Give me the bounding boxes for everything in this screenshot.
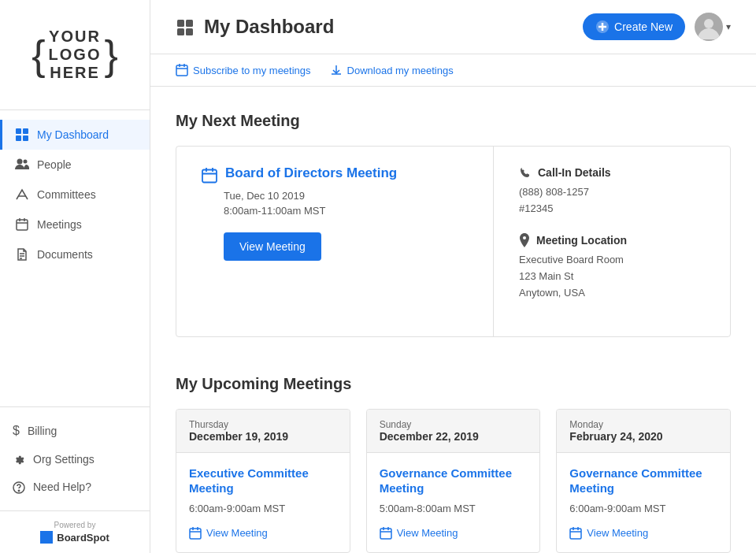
location-icon (519, 233, 530, 248)
sidebar-item-dashboard[interactable]: My Dashboard (0, 120, 150, 150)
sidebar-label-dashboard: My Dashboard (37, 128, 109, 141)
committees-icon (15, 187, 29, 202)
svg-rect-16 (177, 20, 184, 27)
upcoming-view-link-1[interactable]: View Meeting (380, 527, 528, 540)
user-avatar (695, 13, 723, 41)
upcoming-card-header-0: Thursday December 19, 2019 (176, 410, 350, 453)
call-in-section: Call-In Details (888) 808-1257 #12345 (519, 165, 705, 217)
next-meeting-left-panel: Board of Directors Meeting Tue, Dec 10 2… (176, 147, 494, 336)
upcoming-meeting-title-2[interactable]: Governance Committee Meeting (569, 466, 717, 496)
svg-rect-33 (190, 529, 201, 539)
call-in-number: (888) 808-1257 (519, 184, 705, 201)
need-help-label: Need Help? (33, 481, 91, 493)
upcoming-date-0: December 19, 2019 (189, 430, 337, 443)
svg-rect-7 (17, 220, 28, 230)
svg-point-5 (24, 160, 28, 164)
header-left: My Dashboard (176, 16, 334, 38)
next-meeting-title[interactable]: Board of Directors Meeting (225, 165, 397, 181)
next-meeting-right-panel: Call-In Details (888) 808-1257 #12345 Me… (494, 147, 730, 336)
upcoming-view-link-2[interactable]: View Meeting (569, 527, 717, 540)
page-title: My Dashboard (204, 16, 334, 38)
sidebar-item-meetings[interactable]: Meetings (0, 210, 150, 239)
upcoming-date-1: December 22, 2019 (380, 430, 528, 443)
location-address: 123 Main St (519, 269, 705, 285)
upcoming-card-2: Monday February 24, 2020 Governance Comm… (556, 409, 731, 553)
location-title: Meeting Location (536, 234, 627, 247)
bottom-nav: $ Billing Org Settings Need Help? (0, 406, 150, 510)
dashboard-header-icon (176, 17, 195, 37)
upcoming-day-1: Sunday (380, 419, 528, 430)
next-meeting-time: 8:00am-11:00am MST (224, 205, 468, 217)
sidebar-item-documents[interactable]: Documents (0, 239, 150, 269)
subscribe-label: Subscribe to my meetings (193, 65, 311, 76)
sidebar-label-documents: Documents (37, 248, 93, 261)
sidebar: { YOUR LOGO HERE } My Dashboard (0, 0, 150, 553)
user-avatar-area[interactable]: ▾ (695, 13, 731, 41)
upcoming-meeting-title-0[interactable]: Executive Committee Meeting (189, 466, 337, 496)
subscribe-link[interactable]: Subscribe to my meetings (176, 64, 311, 76)
svg-rect-0 (16, 128, 21, 134)
upcoming-card-0: Thursday December 19, 2019 Executive Com… (176, 409, 350, 553)
upcoming-day-0: Thursday (189, 419, 337, 430)
documents-icon (15, 247, 29, 262)
logo-line3: HERE (49, 64, 102, 82)
call-in-header: Call-In Details (519, 165, 705, 180)
svg-rect-41 (570, 529, 581, 539)
upcoming-meetings-title: My Upcoming Meetings (176, 375, 731, 393)
people-icon (15, 158, 29, 172)
next-meeting-date: Tue, Dec 10 2019 (224, 190, 468, 202)
billing-icon: $ (13, 424, 20, 438)
call-in-title: Call-In Details (538, 166, 611, 179)
org-settings-icon (13, 452, 25, 466)
upcoming-time-2: 6:00am-9:00am MST (569, 503, 717, 514)
sidebar-item-people[interactable]: People (0, 150, 150, 180)
svg-rect-17 (186, 20, 193, 27)
logo-brace-right: } (104, 35, 117, 76)
upcoming-card-body-1: Governance Committee Meeting 5:00am-8:00… (367, 453, 540, 552)
logo-area: { YOUR LOGO HERE } (0, 0, 150, 110)
svg-rect-2 (16, 135, 21, 141)
powered-by-text: Powered by (13, 521, 137, 529)
next-meeting-card: Board of Directors Meeting Tue, Dec 10 2… (176, 146, 731, 337)
svg-point-4 (17, 159, 23, 165)
meetings-icon (15, 217, 29, 232)
main-content: My Dashboard Create New (150, 0, 756, 553)
upcoming-time-0: 6:00am-9:00am MST (189, 503, 337, 514)
sidebar-item-committees[interactable]: Committees (0, 180, 150, 210)
download-link[interactable]: Download my meetings (330, 64, 454, 76)
upcoming-card-header-1: Sunday December 22, 2019 (367, 410, 540, 453)
logo-brace-left: { (32, 35, 45, 76)
location-room: Executive Board Room (519, 252, 705, 269)
avatar-chevron-icon: ▾ (726, 21, 731, 32)
next-meeting-section-title: My Next Meeting (176, 112, 731, 130)
sidebar-label-committees: Committees (37, 188, 96, 201)
upcoming-view-link-0[interactable]: View Meeting (189, 527, 337, 540)
boardspot-logo: BoardSpot (13, 531, 137, 544)
dashboard-icon (15, 128, 29, 142)
logo-line1: YOUR (49, 28, 102, 46)
org-settings-label: Org Settings (33, 453, 94, 466)
main-nav: My Dashboard People Committe (0, 110, 150, 406)
boardspot-name: BoardSpot (57, 532, 109, 544)
svg-rect-3 (23, 135, 28, 141)
view-next-meeting-button[interactable]: View Meeting (224, 232, 321, 261)
upcoming-date-2: February 24, 2020 (569, 430, 717, 443)
svg-rect-19 (186, 28, 193, 35)
sidebar-item-org-settings[interactable]: Org Settings (0, 445, 150, 473)
upcoming-day-2: Monday (569, 419, 717, 430)
sidebar-item-billing[interactable]: $ Billing (0, 417, 150, 445)
create-new-button[interactable]: Create New (583, 13, 685, 40)
svg-rect-29 (202, 170, 217, 183)
boardspot-icon (40, 531, 53, 544)
location-city: Anytown, USA (519, 285, 705, 302)
content-area: My Next Meeting Board of Directors Meeti… (150, 87, 756, 553)
upcoming-meeting-title-1[interactable]: Governance Committee Meeting (380, 466, 528, 496)
sidebar-item-need-help[interactable]: Need Help? (0, 473, 150, 501)
help-icon (13, 481, 25, 494)
svg-rect-18 (177, 28, 184, 35)
upcoming-card-1: Sunday December 22, 2019 Governance Comm… (366, 409, 541, 553)
next-meeting-calendar-icon (202, 167, 217, 184)
svg-point-24 (704, 19, 713, 28)
next-meeting-header: Board of Directors Meeting (202, 165, 468, 184)
upcoming-card-body-2: Governance Committee Meeting 6:00am-9:00… (557, 453, 730, 552)
